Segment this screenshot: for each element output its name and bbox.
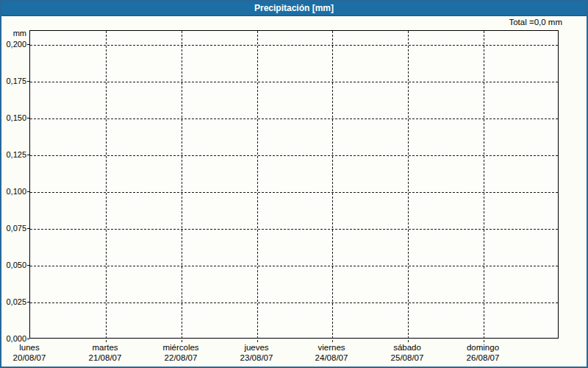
y-axis-tick-label: 0,100 — [1, 186, 26, 197]
v-gridline — [106, 31, 107, 342]
x-axis-day-name: lunes — [0, 342, 68, 353]
y-axis-tickmark — [27, 265, 29, 266]
y-axis-tickmark — [27, 155, 29, 155]
y-axis-tick-label: 0,175 — [1, 76, 26, 86]
h-gridline — [30, 302, 558, 303]
y-axis-tickmark — [27, 339, 29, 339]
h-gridline — [30, 82, 558, 82]
x-axis-day-label: martes21/08/07 — [67, 342, 143, 363]
v-gridline — [332, 31, 333, 342]
y-axis-tickmark — [27, 302, 29, 302]
x-axis: lunes20/08/07martes21/08/07miércoles22/0… — [29, 342, 559, 364]
plot-area — [29, 30, 559, 339]
chart-title: Precipitación [mm] — [254, 3, 334, 13]
y-axis-tick-label: 0,075 — [1, 223, 26, 233]
precipitation-chart-window: Precipitación [mm] Total =0,0 mm mm 0,20… — [0, 0, 588, 368]
x-axis-day-name: jueves — [218, 342, 295, 353]
y-axis-tickmark — [27, 81, 29, 82]
h-gridline — [30, 155, 558, 156]
y-axis-tickmark — [27, 228, 29, 229]
x-axis-day-date: 25/08/07 — [369, 353, 445, 363]
y-axis-tick-label: 0,200 — [1, 39, 26, 49]
y-axis-tick-label: 0,125 — [1, 149, 26, 160]
y-axis-unit-label: mm — [1, 29, 26, 38]
x-axis-day-name: domingo — [445, 342, 521, 353]
x-axis-day-date: 23/08/07 — [218, 353, 295, 363]
x-axis-day-date: 20/08/07 — [0, 353, 68, 363]
y-axis-tick-label: 0,025 — [1, 297, 26, 307]
v-gridline — [484, 31, 484, 342]
x-axis-day-date: 26/08/07 — [445, 353, 521, 363]
v-gridline — [182, 31, 182, 342]
v-gridline — [257, 31, 258, 342]
x-axis-day-name: martes — [67, 342, 143, 353]
h-gridline — [30, 118, 558, 119]
h-gridline — [30, 266, 558, 266]
h-gridline — [30, 192, 558, 193]
x-axis-day-label: lunes20/08/07 — [0, 342, 68, 363]
y-axis-tick-label: 0,050 — [1, 260, 26, 270]
x-axis-day-label: jueves23/08/07 — [218, 342, 295, 363]
h-gridline — [30, 45, 558, 46]
x-axis-day-date: 24/08/07 — [293, 353, 370, 363]
h-gridline — [30, 229, 558, 230]
x-axis-day-name: sábado — [369, 342, 445, 353]
chart-title-bar: Precipitación [mm] — [1, 1, 587, 16]
x-axis-day-date: 21/08/07 — [67, 353, 143, 363]
x-axis-day-label: sábado25/08/07 — [369, 342, 445, 363]
y-axis: mm 0,2000,1750,1500,1250,1000,0750,0500,… — [1, 1, 26, 367]
x-axis-day-name: viernes — [293, 342, 370, 353]
x-axis-day-label: domingo26/08/07 — [445, 342, 521, 363]
v-gridline — [408, 31, 409, 342]
y-axis-tick-label: 0,150 — [1, 113, 26, 123]
y-axis-tickmark — [27, 44, 29, 45]
y-axis-tickmark — [27, 118, 29, 118]
x-axis-day-label: miércoles22/08/07 — [143, 342, 219, 363]
total-precipitation-label: Total =0,0 mm — [509, 18, 562, 26]
x-axis-day-label: viernes24/08/07 — [293, 342, 370, 363]
x-axis-day-name: miércoles — [143, 342, 219, 353]
x-axis-day-date: 22/08/07 — [143, 353, 219, 363]
y-axis-tickmark — [27, 191, 29, 192]
